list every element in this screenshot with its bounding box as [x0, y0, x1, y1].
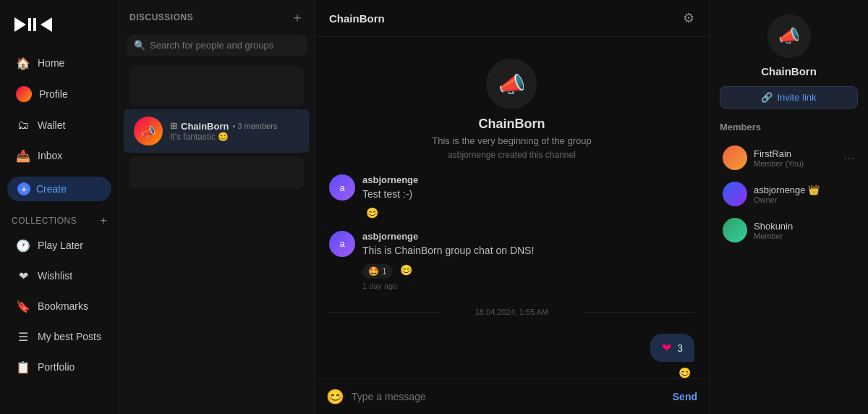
- discussion-placeholder-2: [129, 156, 304, 189]
- member-item-shokunin[interactable]: Shokunin Member: [720, 214, 858, 247]
- right-channel-icon-glyph: 📣: [778, 26, 800, 46]
- message-item: a asbjornenge Test test :-) 😊: [329, 174, 694, 221]
- svg-rect-1: [28, 18, 31, 31]
- member-role: Member: [754, 232, 855, 240]
- discussion-members: • 3 members: [232, 122, 277, 130]
- sidebar-item-label: Home: [38, 57, 64, 69]
- members-title: Members: [720, 122, 858, 132]
- sidebar-item-my-best-posts[interactable]: ☰ My best Posts: [4, 322, 114, 351]
- invite-link-button[interactable]: 🔗 Invite link: [720, 86, 858, 109]
- discussions-add-button[interactable]: ＋: [291, 9, 304, 26]
- svg-marker-0: [14, 17, 26, 32]
- chat-header-title: ChainBorn: [329, 12, 385, 25]
- sidebar-item-wishlist[interactable]: ❤ Wishlist: [4, 261, 114, 290]
- channel-desc: This is the very beginning of the group: [432, 135, 591, 146]
- sidebar-item-home[interactable]: 🏠 Home: [4, 48, 114, 77]
- wishlist-icon: ❤: [16, 269, 30, 283]
- member-item-asbjornenge[interactable]: asbjornenge 👑 Owner: [720, 177, 858, 211]
- sidebar-item-label: Inbox: [38, 150, 62, 161]
- collections-label: Collections: [12, 216, 77, 226]
- discussion-placeholder-1: [129, 66, 304, 106]
- discussion-name-row: ⊞ ChainBorn • 3 members: [170, 121, 299, 132]
- chat-header: ChainBorn ⚙: [315, 0, 709, 37]
- discussion-avatar-icon: 📣: [141, 124, 156, 138]
- right-reaction-add[interactable]: 😊: [675, 365, 694, 379]
- inbox-icon: 📥: [16, 148, 30, 163]
- member-info: FirstRain Member (You): [754, 148, 837, 168]
- member-avatar: [723, 145, 747, 170]
- emoji-button[interactable]: 😊: [326, 388, 344, 405]
- search-box[interactable]: 🔍: [127, 35, 307, 56]
- chat-main: ChainBorn ⚙ 📣 ChainBorn This is the very…: [315, 0, 709, 414]
- message-avatar: a: [329, 231, 355, 257]
- my-best-posts-icon: ☰: [16, 329, 30, 344]
- sidebar-item-label: Wishlist: [38, 270, 72, 282]
- portfolio-icon: 📋: [16, 360, 30, 374]
- search-icon: 🔍: [134, 40, 145, 51]
- member-role: Member (You): [754, 159, 837, 168]
- reaction-add-button[interactable]: 😊: [396, 262, 416, 278]
- logo: [0, 7, 119, 48]
- collections-header: Collections +: [0, 207, 119, 230]
- search-input[interactable]: [150, 40, 299, 51]
- svg-rect-2: [33, 18, 36, 31]
- reaction-add-button[interactable]: 😊: [362, 205, 382, 221]
- settings-icon[interactable]: ⚙: [683, 10, 694, 26]
- member-role: Owner: [754, 195, 855, 204]
- channel-intro: 📣 ChainBorn This is the very beginning o…: [432, 59, 591, 160]
- bookmarks-icon: 🔖: [16, 299, 30, 313]
- right-channel-name: ChainBorn: [720, 65, 858, 77]
- member-item-firstrain[interactable]: FirstRain Member (You) ⋯: [720, 141, 858, 174]
- member-avatar: [723, 218, 747, 242]
- sidebar-item-portfolio[interactable]: 📋 Portfolio: [4, 352, 114, 381]
- member-info: asbjornenge 👑 Owner: [754, 185, 855, 204]
- sidebar-item-bookmarks[interactable]: 🔖 Bookmarks: [4, 292, 114, 321]
- sidebar-item-label: Bookmarks: [38, 300, 88, 312]
- home-icon: 🏠: [16, 56, 30, 70]
- member-more-button[interactable]: ⋯: [843, 151, 855, 165]
- create-button[interactable]: + Create: [7, 177, 111, 201]
- timestamp-text: 18.04.2024, 1:55 AM: [475, 308, 549, 316]
- message-input[interactable]: [352, 391, 665, 402]
- sidebar-item-label: My best Posts: [38, 331, 101, 342]
- message-avatar: a: [329, 174, 355, 200]
- discussion-item-chainborn[interactable]: 📣 ⊞ ChainBorn • 3 members It's fantastic…: [124, 109, 310, 153]
- sidebar-item-play-later[interactable]: 🕐 Play Later: [4, 231, 114, 260]
- right-channel-icon: 📣: [767, 14, 811, 58]
- discussion-info: ⊞ ChainBorn • 3 members It's fantastic 😊: [170, 121, 299, 142]
- chat-messages: a asbjornenge Test test :-) 😊 a asbjorne…: [329, 174, 694, 379]
- reaction-count: 1: [382, 266, 387, 276]
- sidebar-item-label: Play Later: [38, 240, 83, 251]
- discussion-avatar: 📣: [134, 117, 163, 145]
- member-info: Shokunin Member: [754, 221, 855, 240]
- discussions-header: DISCUSSIONS ＋: [119, 0, 314, 32]
- profile-avatar: [16, 86, 32, 102]
- sidebar-item-inbox[interactable]: 📥 Inbox: [4, 141, 114, 170]
- member-name: Shokunin: [754, 221, 855, 232]
- group-icon: ⊞: [170, 121, 177, 131]
- message-text: This is ChainBorn group chat on DNS!: [362, 244, 694, 258]
- member-name: FirstRain: [754, 148, 837, 159]
- sidebar-item-label: Wallet: [38, 119, 65, 131]
- svg-marker-3: [41, 17, 52, 32]
- channel-icon: 📣: [498, 72, 525, 97]
- collections-add-icon[interactable]: +: [100, 214, 107, 227]
- create-label: Create: [36, 183, 67, 195]
- sidebar-item-profile[interactable]: Profile: [4, 79, 114, 109]
- timestamp-divider: 18.04.2024, 1:55 AM: [329, 308, 694, 316]
- message-username: asbjornenge: [362, 174, 694, 185]
- sidebar-item-label: Profile: [39, 88, 68, 100]
- channel-name: ChainBorn: [478, 117, 545, 132]
- message-username: asbjornenge: [362, 231, 694, 242]
- heart-message: ❤ 3: [650, 334, 694, 362]
- message-item: a asbjornenge This is ChainBorn group ch…: [329, 231, 694, 291]
- message-body: asbjornenge Test test :-) 😊: [362, 174, 694, 221]
- discussions-panel: DISCUSSIONS ＋ 🔍 📣 ⊞ ChainBorn • 3 member…: [119, 0, 315, 414]
- sidebar: 🏠 Home Profile 🗂 Wallet 📥 Inbox + Create…: [0, 0, 119, 414]
- send-button[interactable]: Send: [673, 391, 697, 402]
- sidebar-item-wallet[interactable]: 🗂 Wallet: [4, 111, 114, 140]
- right-panel: 📣 ChainBorn 🔗 Invite link Members FirstR…: [709, 0, 868, 414]
- heart-count: 3: [677, 342, 683, 354]
- link-icon: 🔗: [761, 92, 773, 103]
- reaction-badge[interactable]: 🤩 1: [362, 264, 393, 279]
